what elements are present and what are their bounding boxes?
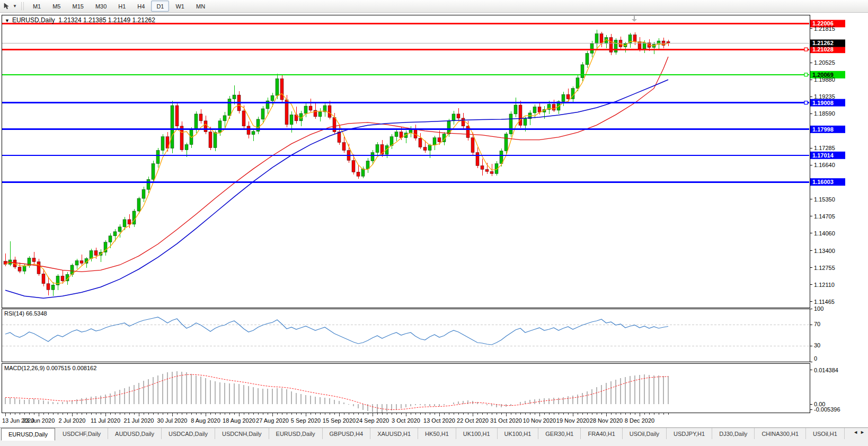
svg-text:0: 0 xyxy=(814,355,817,362)
timeframe-button-m15[interactable]: M15 xyxy=(67,1,88,12)
symbol-tab-usdjpy-h1[interactable]: USDJPY,H1 xyxy=(667,428,712,439)
timeframe-button-m1[interactable]: M1 xyxy=(28,1,46,12)
svg-text:2 Jul 2020: 2 Jul 2020 xyxy=(59,417,86,424)
svg-text:1.18590: 1.18590 xyxy=(814,110,835,117)
macd-indicator-label: MACD(12,26,9) 0.007515 0.008162 xyxy=(4,365,96,371)
timeframe-button-mn[interactable]: MN xyxy=(191,1,210,12)
toolbar-grip[interactable] xyxy=(21,2,24,10)
svg-text:-0.005396: -0.005396 xyxy=(814,406,840,413)
svg-text:28 Nov 2020: 28 Nov 2020 xyxy=(590,417,623,424)
svg-text:22 Oct 2020: 22 Oct 2020 xyxy=(457,417,489,424)
svg-text:30 Jul 2020: 30 Jul 2020 xyxy=(157,417,188,424)
svg-text:1.12755: 1.12755 xyxy=(814,265,835,271)
svg-text:1.16640: 1.16640 xyxy=(814,162,835,168)
timeframe-button-h1[interactable]: H1 xyxy=(113,1,131,12)
symbol-tab-eurusd-daily[interactable]: EURUSD,Daily xyxy=(1,428,55,441)
svg-text:27 Aug 2020: 27 Aug 2020 xyxy=(256,417,289,424)
svg-text:1.14705: 1.14705 xyxy=(814,213,835,220)
timeframe-button-m30[interactable]: M30 xyxy=(90,1,112,12)
svg-text:1.13400: 1.13400 xyxy=(814,248,835,254)
svg-text:1.21028: 1.21028 xyxy=(812,46,834,53)
svg-text:1.11465: 1.11465 xyxy=(814,299,835,305)
svg-text:19 Nov 2020: 19 Nov 2020 xyxy=(556,417,589,424)
timeframe-toolbar: ▼ M1M5M15M30H1H4D1W1MN xyxy=(0,0,868,13)
svg-text:1.17998: 1.17998 xyxy=(812,126,834,133)
svg-text:10 Nov 2020: 10 Nov 2020 xyxy=(523,417,556,424)
svg-text:8 Aug 2020: 8 Aug 2020 xyxy=(191,417,220,424)
symbol-tab-usdcad-daily[interactable]: USDCAD,Daily xyxy=(162,428,215,439)
svg-text:100: 100 xyxy=(814,305,823,312)
svg-text:1.19008: 1.19008 xyxy=(812,100,834,106)
tab-scroll-left-icon[interactable]: ◄ xyxy=(853,430,858,435)
collapse-arrow-icon[interactable]: ▼ xyxy=(5,18,10,23)
timeframe-button-h4[interactable]: H4 xyxy=(132,1,150,12)
symbol-tab-usdcnh-daily[interactable]: USDCNH,Daily xyxy=(215,428,269,439)
svg-text:1.12110: 1.12110 xyxy=(814,282,835,288)
svg-text:1.17014: 1.17014 xyxy=(812,152,834,159)
symbol-tab-dj30-daily[interactable]: DJ30,Daily xyxy=(712,428,755,439)
timeframe-button-m5[interactable]: M5 xyxy=(47,1,66,12)
svg-text:70: 70 xyxy=(814,321,820,327)
svg-text:31 Oct 2020: 31 Oct 2020 xyxy=(490,417,522,424)
dropdown-caret-icon: ▼ xyxy=(13,4,17,8)
svg-text:18 Aug 2020: 18 Aug 2020 xyxy=(223,417,255,424)
chart-canvas[interactable]: 1.220061.210281.200691.190081.179981.170… xyxy=(0,0,868,427)
svg-text:1.19235: 1.19235 xyxy=(814,93,835,100)
symbol-tab-fra40-h1[interactable]: FRA40,H1 xyxy=(581,428,622,439)
tab-scroll-arrows: ◄ ► xyxy=(851,428,867,436)
svg-text:1.17285: 1.17285 xyxy=(814,145,835,151)
svg-text:1.21262: 1.21262 xyxy=(812,40,834,46)
symbol-tab-uk100-h1[interactable]: UK100,H1 xyxy=(456,428,498,439)
svg-text:8 Dec 2020: 8 Dec 2020 xyxy=(625,417,654,424)
symbol-tab-usoil-h1[interactable]: USOil,H1 xyxy=(806,428,845,439)
svg-text:13 Oct 2020: 13 Oct 2020 xyxy=(423,417,455,424)
timeframe-button-d1[interactable]: D1 xyxy=(151,1,169,12)
cursor-tool-button[interactable]: ▼ xyxy=(2,1,19,12)
price-axis: 1.218151.205251.198801.192351.185901.172… xyxy=(810,25,835,305)
svg-text:11 Jul 2020: 11 Jul 2020 xyxy=(91,417,120,424)
tab-scroll-right-icon[interactable]: ► xyxy=(860,430,865,435)
chart-title: ▼EURUSD,Daily 1.21324 1.21385 1.21149 1.… xyxy=(5,16,155,24)
symbol-tab-eurusd-daily[interactable]: EURUSD,Daily xyxy=(269,428,323,439)
symbol-tab-china300-h1[interactable]: CHINA300,H1 xyxy=(755,428,806,439)
symbol-tab-hk50-h1[interactable]: HK50,H1 xyxy=(418,428,456,439)
symbol-tab-ger30-h1[interactable]: GER30,H1 xyxy=(538,428,581,439)
symbol-tab-uk100-h1[interactable]: UK100,H1 xyxy=(498,428,539,439)
svg-text:24 Sep 2020: 24 Sep 2020 xyxy=(356,417,389,424)
svg-text:5 Sep 2020: 5 Sep 2020 xyxy=(291,417,321,424)
svg-text:3 Oct 2020: 3 Oct 2020 xyxy=(392,417,420,424)
svg-text:1.14060: 1.14060 xyxy=(814,230,835,237)
chart-symbol-label: EURUSD,Daily xyxy=(12,16,55,24)
chart-cursor-icon xyxy=(3,3,12,10)
chart-ohlc-values: 1.21324 1.21385 1.21149 1.21262 xyxy=(58,16,155,24)
svg-text:1.16003: 1.16003 xyxy=(812,179,834,185)
svg-text:23 Jun 2020: 23 Jun 2020 xyxy=(23,417,55,424)
svg-text:1.19880: 1.19880 xyxy=(814,76,835,83)
svg-text:1.20525: 1.20525 xyxy=(814,59,835,66)
symbol-tab-audusd-daily[interactable]: AUDUSD,Daily xyxy=(108,428,162,439)
svg-text:1.15350: 1.15350 xyxy=(814,196,835,203)
symbol-tab-usoil-daily[interactable]: USOil,Daily xyxy=(623,428,667,439)
time-axis: 13 Jun 202023 Jun 20202 Jul 202011 Jul 2… xyxy=(2,413,668,424)
timeframe-button-w1[interactable]: W1 xyxy=(170,1,190,12)
svg-text:0.014384: 0.014384 xyxy=(814,367,838,373)
symbol-tab-usdchf-daily[interactable]: USDCHF,Daily xyxy=(56,428,108,439)
svg-text:21 Jul 2020: 21 Jul 2020 xyxy=(124,417,154,424)
svg-text:30: 30 xyxy=(814,342,820,348)
svg-text:15 Sep 2020: 15 Sep 2020 xyxy=(323,417,356,424)
rsi-indicator-label: RSI(14) 66.5348 xyxy=(4,310,47,317)
trading-terminal-window: ▼ M1M5M15M30H1H4D1W1MN 1.220061.210281.2… xyxy=(0,0,868,446)
symbol-tab-gbpusd-h4[interactable]: GBPUSD,H4 xyxy=(323,428,371,439)
symbol-tabbar: EURUSD,DailyUSDCHF,DailyAUDUSD,DailyUSDC… xyxy=(0,427,868,446)
svg-text:1.21815: 1.21815 xyxy=(814,25,835,32)
symbol-tab-xauusd-h1[interactable]: XAUUSD,H1 xyxy=(370,428,418,439)
